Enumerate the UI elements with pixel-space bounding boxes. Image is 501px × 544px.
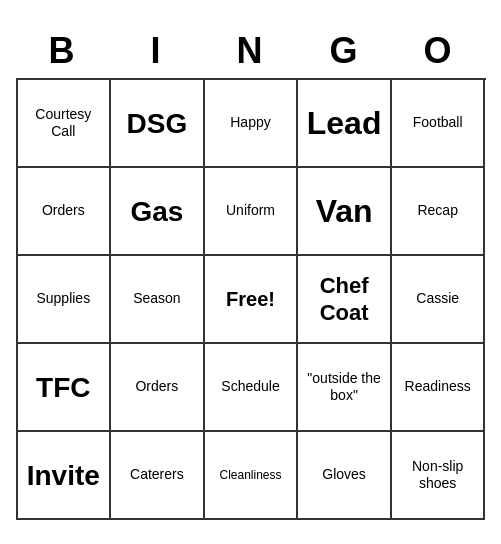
bingo-cell: Uniform [205,168,299,256]
bingo-cell: Orders [18,168,112,256]
bingo-cell: Recap [392,168,486,256]
bingo-cell: Gas [111,168,205,256]
bingo-card: BINGO Courtesy CallDSGHappyLeadFootballO… [16,24,486,520]
bingo-cell: DSG [111,80,205,168]
bingo-cell: Supplies [18,256,112,344]
header-letter: I [110,24,204,78]
bingo-cell: Invite [18,432,112,520]
bingo-cell: Free! [205,256,299,344]
bingo-cell: Readiness [392,344,486,432]
bingo-cell: Van [298,168,392,256]
header-letter: O [392,24,486,78]
bingo-cell: Happy [205,80,299,168]
bingo-cell: Lead [298,80,392,168]
bingo-cell: Chef Coat [298,256,392,344]
header-letter: B [16,24,110,78]
bingo-cell: "outside the box" [298,344,392,432]
bingo-cell: Football [392,80,486,168]
bingo-cell: Non-slip shoes [392,432,486,520]
bingo-grid: Courtesy CallDSGHappyLeadFootballOrdersG… [16,78,486,520]
bingo-cell: Gloves [298,432,392,520]
bingo-cell: Courtesy Call [18,80,112,168]
bingo-cell: Caterers [111,432,205,520]
bingo-cell: Season [111,256,205,344]
bingo-cell: Cleanliness [205,432,299,520]
bingo-header: BINGO [16,24,486,78]
bingo-cell: Orders [111,344,205,432]
bingo-cell: Schedule [205,344,299,432]
header-letter: N [204,24,298,78]
bingo-cell: TFC [18,344,112,432]
bingo-cell: Cassie [392,256,486,344]
header-letter: G [298,24,392,78]
